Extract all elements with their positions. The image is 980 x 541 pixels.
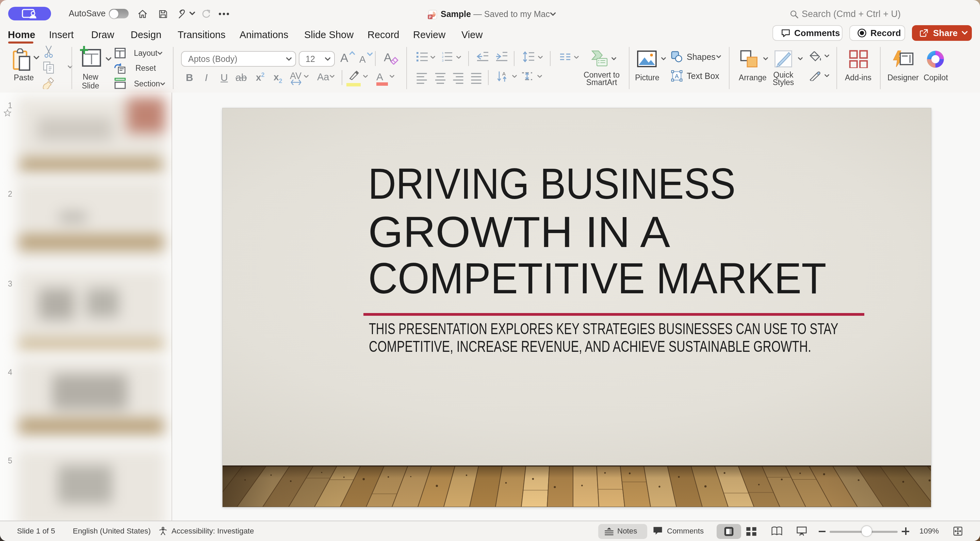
- svg-text:P: P: [429, 15, 431, 19]
- svg-text:A: A: [502, 71, 506, 76]
- svg-text:A: A: [675, 73, 679, 80]
- svg-text:3: 3: [442, 59, 443, 62]
- svg-text:1: 1: [442, 51, 443, 55]
- svg-text:2: 2: [442, 55, 443, 59]
